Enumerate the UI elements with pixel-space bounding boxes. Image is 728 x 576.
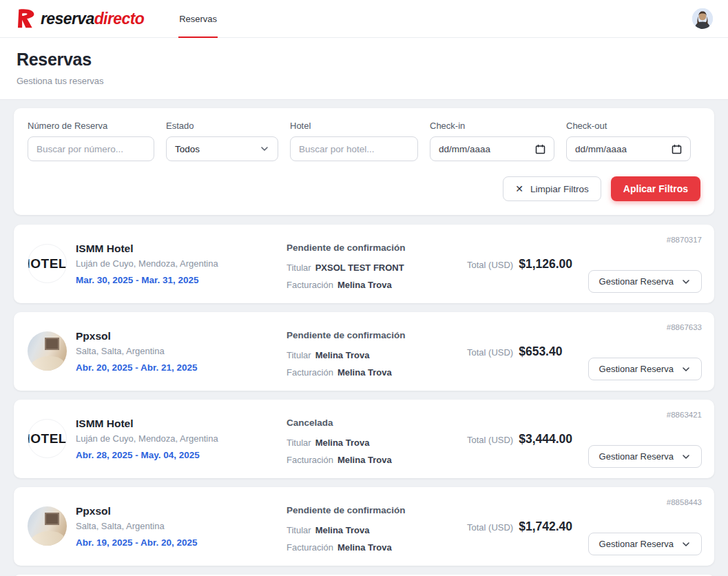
reservation-card: HOTEL ISMM Hotel Luján de Cuyo, Mendoza,… — [14, 225, 714, 303]
titular-row: TitularMelina Trova — [287, 438, 467, 448]
reservation-actions: #8867633 Gestionar Reserva — [583, 322, 702, 380]
reservation-card: HOTEL ISMM Hotel Luján de Cuyo, Mendoza,… — [14, 400, 714, 478]
hotel-thumbnail-logo-text: HOTEL — [28, 256, 67, 271]
filter-label-estado: Estado — [166, 121, 278, 131]
filter-field-checkout: Check-out dd/mm/aaaa — [566, 121, 691, 161]
filter-label-checkin: Check-in — [430, 121, 554, 131]
reservation-hotel-block: HOTEL ISMM Hotel Luján de Cuyo, Mendoza,… — [26, 409, 282, 468]
titular-value: Melina Trova — [315, 525, 370, 535]
chevron-down-icon — [260, 144, 269, 154]
nav-tab-reservas[interactable]: Reservas — [178, 14, 218, 24]
status-badge: Pendiente de confirmación — [287, 243, 467, 253]
hotel-name: Ppxsol — [76, 505, 198, 517]
brand-word-black: reserva — [41, 10, 94, 28]
hotel-search-input[interactable] — [290, 136, 418, 161]
brand-logo[interactable]: reservadirecto — [15, 8, 144, 29]
reservation-id: #8870317 — [667, 234, 702, 244]
reservation-id: #8863421 — [667, 409, 702, 419]
hotel-location: Luján de Cuyo, Mendoza, Argentina — [76, 433, 218, 444]
chevron-down-icon — [681, 452, 691, 462]
user-avatar[interactable] — [692, 8, 713, 29]
reservation-details: Cancelada TitularMelina Trova Facturació… — [282, 409, 467, 468]
calendar-icon[interactable] — [672, 144, 682, 154]
status-badge: Pendiente de confirmación — [287, 505, 467, 515]
status-badge: Pendiente de confirmación — [287, 330, 467, 340]
total-block: Total (USD) $1,126.00 — [467, 256, 583, 271]
clear-filters-button[interactable]: ✕ Limpiar Filtros — [503, 176, 601, 201]
top-bar: reservadirecto Reservas — [0, 0, 728, 38]
manage-reservation-label: Gestionar Reserva — [599, 451, 674, 462]
brand-word-red: directo — [94, 10, 144, 28]
reservation-dates[interactable]: Abr. 19, 2025 - Abr. 20, 2025 — [76, 537, 198, 548]
total-amount: $653.40 — [519, 344, 562, 359]
reservation-card: Ppxsol Salta, Salta, Argentina Abr. 20, … — [14, 312, 714, 391]
user-avatar-image — [692, 8, 713, 29]
total-block: Total (USD) $1,742.40 — [467, 518, 583, 534]
status-select[interactable]: Todos — [166, 136, 278, 161]
reservation-id: #8858443 — [667, 497, 702, 506]
reservation-details: Pendiente de confirmación TitularPXSOL T… — [282, 234, 467, 293]
reservation-number-input[interactable] — [28, 136, 154, 161]
apply-filters-button[interactable]: Aplicar Filtros — [611, 176, 700, 201]
reservation-details: Pendiente de confirmación TitularMelina … — [282, 497, 467, 555]
total-amount: $1,126.00 — [519, 257, 572, 271]
close-icon: ✕ — [515, 184, 523, 194]
chevron-down-icon — [681, 277, 691, 287]
facturacion-value: Melina Trova — [337, 455, 392, 465]
chevron-down-icon — [681, 364, 691, 374]
hotel-thumbnail-logo-text: HOTEL — [28, 431, 67, 446]
page-title: Reservas — [17, 50, 711, 70]
hotel-info: Ppxsol Salta, Salta, Argentina Abr. 19, … — [76, 505, 198, 548]
manage-reservation-button[interactable]: Gestionar Reserva — [588, 445, 702, 468]
titular-value: Melina Trova — [315, 350, 370, 360]
checkout-date-input[interactable]: dd/mm/aaaa — [566, 136, 691, 161]
manage-reservation-button[interactable]: Gestionar Reserva — [588, 533, 702, 555]
facturacion-row: FacturaciónMelina Trova — [287, 280, 467, 290]
reservation-details: Pendiente de confirmación TitularMelina … — [282, 322, 467, 380]
hotel-name: ISMM Hotel — [76, 418, 218, 430]
titular-row: TitularMelina Trova — [287, 525, 467, 535]
titular-row: TitularMelina Trova — [287, 350, 467, 360]
hotel-thumbnail — [28, 331, 67, 371]
reservation-actions: #8870317 Gestionar Reserva — [583, 234, 702, 293]
hotel-name: ISMM Hotel — [76, 243, 218, 255]
manage-reservation-button[interactable]: Gestionar Reserva — [588, 270, 702, 293]
clear-filters-label: Limpiar Filtros — [530, 184, 589, 194]
reservation-dates[interactable]: Abr. 20, 2025 - Abr. 21, 2025 — [76, 362, 198, 373]
facturacion-label: Facturación — [287, 280, 333, 290]
titular-label: Titular — [287, 525, 311, 535]
titular-label: Titular — [287, 438, 311, 448]
brand-logo-icon — [15, 8, 36, 29]
reservation-dates[interactable]: Abr. 28, 2025 - May. 04, 2025 — [76, 450, 218, 460]
page-header: Reservas Gestiona tus reservas — [0, 38, 728, 100]
status-badge: Cancelada — [287, 418, 467, 428]
calendar-icon[interactable] — [535, 144, 545, 154]
hotel-location: Salta, Salta, Argentina — [76, 521, 198, 531]
reservation-dates[interactable]: Mar. 30, 2025 - Mar. 31, 2025 — [76, 275, 218, 285]
checkin-date-input[interactable]: dd/mm/aaaa — [430, 136, 554, 161]
hotel-location: Salta, Salta, Argentina — [76, 346, 198, 356]
total-block: Total (USD) $3,444.00 — [467, 431, 583, 446]
filter-label-checkout: Check-out — [566, 121, 691, 131]
hotel-info: ISMM Hotel Luján de Cuyo, Mendoza, Argen… — [76, 243, 218, 285]
hotel-info: ISMM Hotel Luján de Cuyo, Mendoza, Argen… — [76, 418, 218, 460]
titular-value: PXSOL TEST FRONT — [315, 263, 404, 273]
manage-reservation-label: Gestionar Reserva — [599, 364, 674, 374]
hotel-location: Luján de Cuyo, Mendoza, Argentina — [76, 258, 218, 269]
content-area: Número de Reserva Estado Todos Hotel Che… — [0, 100, 728, 576]
titular-label: Titular — [287, 263, 311, 273]
filter-field-estado: Estado Todos — [166, 121, 278, 161]
main-nav: Reservas — [178, 0, 218, 38]
manage-reservation-label: Gestionar Reserva — [599, 539, 674, 549]
manage-reservation-button[interactable]: Gestionar Reserva — [588, 358, 702, 380]
reservation-id: #8867633 — [667, 322, 702, 331]
filter-label-hotel: Hotel — [290, 121, 418, 131]
filter-label-numero: Número de Reserva — [28, 121, 154, 131]
facturacion-label: Facturación — [287, 367, 333, 378]
checkin-date-value: dd/mm/aaaa — [439, 144, 490, 154]
total-amount: $3,444.00 — [519, 432, 572, 446]
facturacion-label: Facturación — [287, 455, 333, 465]
facturacion-value: Melina Trova — [337, 542, 392, 553]
hotel-thumbnail — [28, 506, 67, 546]
total-block: Total (USD) $653.40 — [467, 343, 583, 359]
